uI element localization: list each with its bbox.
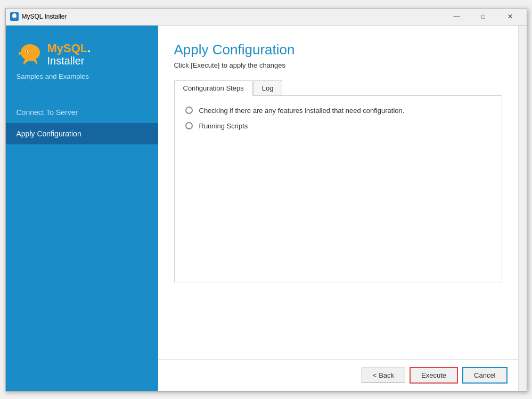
main-window: MySQL Installer — □ ✕ MySQ (5, 8, 527, 392)
minimize-button[interactable]: — (445, 10, 469, 23)
app-icon (10, 12, 19, 21)
tab-bar: Configuration Steps Log (174, 80, 502, 96)
mysql-logo: MySQL. Installer (17, 42, 91, 68)
back-button[interactable]: < Back (362, 368, 405, 383)
content-area: Apply Configuration Click [Execute] to a… (158, 26, 518, 359)
close-button[interactable]: ✕ (498, 10, 522, 23)
maximize-button[interactable]: □ (471, 10, 496, 23)
nav-item-label: Apply Configuration (17, 129, 81, 138)
tab-label: Configuration Steps (183, 84, 244, 92)
main-content: MySQL. Installer Samples and Examples Co… (6, 26, 527, 391)
execute-button[interactable]: Execute (410, 367, 458, 384)
brand-installer: Installer (47, 55, 91, 67)
svg-point-2 (26, 50, 27, 52)
title-bar: MySQL Installer — □ ✕ (6, 9, 527, 26)
footer: < Back Execute Cancel (158, 359, 518, 391)
mysql-dolphin-icon (17, 42, 43, 68)
window-title: MySQL Installer (22, 13, 445, 20)
brand-text: MySQL. Installer (47, 42, 91, 67)
sidebar-logo-area: MySQL. Installer Samples and Examples (6, 36, 158, 96)
window-controls: — □ ✕ (445, 10, 522, 23)
step-radio-1 (185, 107, 193, 114)
page-subtitle: Click [Execute] to apply the changes (174, 61, 502, 69)
step-radio-2 (185, 122, 193, 129)
nav-item-label: Connect To Server (17, 108, 78, 117)
step-item: Running Scripts (185, 122, 491, 130)
page-title: Apply Configuration (174, 42, 502, 58)
tab-configuration-steps[interactable]: Configuration Steps (174, 80, 253, 96)
right-panel: Apply Configuration Click [Execute] to a… (158, 26, 518, 391)
tab-label: Log (262, 84, 274, 92)
cancel-button[interactable]: Cancel (462, 367, 507, 384)
sidebar-subtitle: Samples and Examples (17, 72, 89, 80)
scrollbar[interactable] (518, 26, 527, 391)
sidebar-item-connect-to-server[interactable]: Connect To Server (6, 102, 158, 123)
sidebar-nav: Connect To Server Apply Configuration (6, 102, 158, 144)
step-item: Checking if there are any features insta… (185, 107, 491, 115)
tab-content: Checking if there are any features insta… (174, 96, 502, 282)
step-label-2: Running Scripts (199, 122, 248, 130)
sidebar-item-apply-configuration[interactable]: Apply Configuration (6, 123, 158, 144)
brand-name: MySQL. (47, 42, 91, 55)
tab-log[interactable]: Log (253, 80, 283, 96)
step-label-1: Checking if there are any features insta… (199, 107, 405, 115)
sidebar: MySQL. Installer Samples and Examples Co… (6, 26, 158, 391)
